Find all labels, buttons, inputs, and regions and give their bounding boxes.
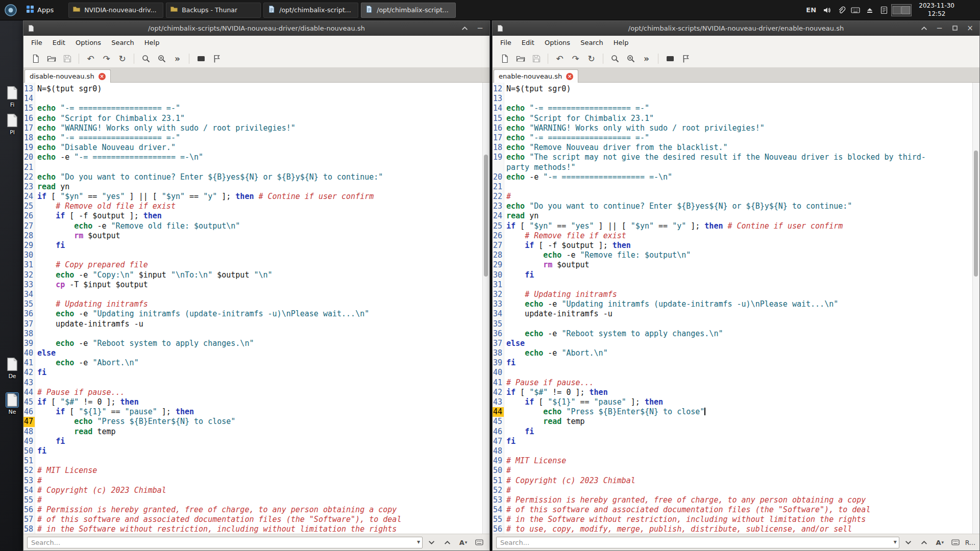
line-content[interactable]: N=$(tput sgr0) (504, 84, 571, 93)
line-content[interactable]: # in the Software without restriction, i… (504, 515, 866, 524)
line-content[interactable]: N=$(tput sgr0) (35, 84, 102, 93)
whole-word-icon[interactable] (949, 536, 963, 549)
line-content[interactable]: # of this software and associated docume… (35, 515, 401, 524)
line-content[interactable] (504, 280, 506, 289)
line-content[interactable]: echo -e "Reboot system to apply changes.… (504, 329, 723, 338)
menu-options[interactable]: Options (540, 37, 575, 48)
editor[interactable]: 13N=$(tput sgr0)1415echo "-= ===========… (23, 83, 489, 534)
line-content[interactable]: # in the Software without restriction, i… (35, 524, 397, 534)
tab-disable-nouveau[interactable]: disable-nouveau.sh × (24, 69, 111, 83)
line-content[interactable]: # (504, 192, 511, 201)
next-match-icon[interactable] (425, 536, 438, 549)
line-content[interactable]: # Copy prepared file (35, 260, 148, 269)
line-content[interactable]: # Permission is hereby granted, free of … (504, 495, 866, 505)
menu-edit[interactable]: Edit (47, 37, 70, 48)
line-content[interactable]: echo "Script for Chimbalix 23.1" (504, 114, 654, 123)
line-content[interactable]: echo "Do you want to continue? Enter ${B… (35, 172, 383, 182)
line-content[interactable]: echo -e "Abort.\n" (35, 358, 139, 367)
save-icon[interactable] (59, 52, 75, 66)
line-content[interactable]: echo -e "Abort.\n" (504, 348, 608, 358)
line-content[interactable]: # Remove file if exist (504, 231, 626, 240)
vertical-scrollbar[interactable] (482, 83, 489, 534)
line-content[interactable]: # Updating initramfs (35, 299, 148, 309)
line-content[interactable]: # MIT License (504, 456, 566, 465)
line-content[interactable]: else (504, 339, 525, 348)
line-content[interactable] (35, 290, 37, 299)
line-content[interactable]: read temp (504, 417, 585, 426)
line-content[interactable]: if [ -f $output ]; then (35, 211, 162, 220)
minimize-icon[interactable]: − (934, 23, 945, 33)
reload-icon[interactable]: ↻ (114, 52, 130, 66)
tab-enable-nouveau[interactable]: enable-nouveau.sh × (494, 69, 578, 83)
keyboard-icon[interactable] (848, 3, 863, 18)
menu-help[interactable]: Help (608, 37, 634, 48)
line-content[interactable]: echo -e "-= ================== =-\n" (35, 153, 203, 162)
menu-help[interactable]: Help (139, 37, 165, 48)
line-content[interactable]: # Pause if pause... (35, 388, 125, 397)
line-content[interactable]: if [ "${1}" == "pause" ]; then (504, 397, 663, 407)
line-content[interactable]: echo -e "Updating initramfs (update-init… (504, 299, 838, 309)
line-content[interactable]: # (35, 476, 42, 485)
new-file-icon[interactable] (28, 52, 43, 66)
line-content[interactable]: else (35, 348, 56, 358)
match-case-icon[interactable]: A▾ (933, 536, 947, 549)
shade-icon[interactable] (459, 23, 470, 33)
taskbar-window-button[interactable]: /opt/chimbalix-script... (263, 3, 358, 18)
line-content[interactable]: fi (35, 241, 65, 250)
line-content[interactable]: echo -e "Remove file: $output\n" (504, 251, 691, 260)
undo-icon[interactable]: ↶ (552, 52, 568, 66)
line-content[interactable]: if [ "$#" != 0 ]; then (35, 397, 139, 407)
line-content[interactable]: update-initramfs -u (504, 309, 612, 318)
line-content[interactable] (504, 94, 506, 103)
taskbar-window-button[interactable]: /opt/chimbalix-script... (361, 3, 456, 18)
find-icon[interactable] (138, 52, 154, 66)
shade-icon[interactable] (919, 23, 929, 33)
keyboard-layout-indicator[interactable]: EN (802, 3, 820, 18)
vertical-scrollbar[interactable] (972, 83, 979, 534)
line-content[interactable]: if [ "${1}" == "pause" ]; then (35, 407, 194, 416)
open-icon[interactable] (43, 52, 59, 66)
code-area[interactable]: 12N=$(tput sgr0)1314echo "-= ===========… (493, 83, 973, 534)
line-content[interactable]: echo -e "Remove old file: $output\n" (35, 221, 240, 231)
menu-search[interactable]: Search (575, 37, 608, 48)
line-content[interactable]: fi (35, 368, 46, 377)
menu-search[interactable]: Search (106, 37, 139, 48)
titlebar[interactable]: /opt/chimbalix-scripts/NVIDIA-nouveau-dr… (493, 21, 979, 36)
close-icon[interactable]: × (965, 23, 975, 33)
tab-close-icon[interactable]: × (566, 73, 573, 80)
line-content[interactable]: fi (35, 437, 65, 446)
line-content[interactable]: echo -e "Reboot system to apply changes.… (35, 339, 254, 348)
line-content[interactable] (35, 329, 37, 338)
apps-button[interactable]: Apps (21, 3, 58, 18)
line-content[interactable]: # MIT License (35, 466, 97, 475)
desktop-icon[interactable]: De (2, 357, 23, 380)
regex-button[interactable]: R... (965, 539, 976, 546)
taskbar-window-button[interactable]: NVIDIA-nouveau-driv... (68, 3, 163, 18)
minimize-icon[interactable]: − (475, 23, 485, 33)
line-content[interactable]: echo -e "Copy:\n" $input "\nTo:\n" $outp… (35, 270, 273, 280)
line-content[interactable] (35, 163, 37, 172)
line-content[interactable]: echo -e "-= ================== =-\n" (504, 172, 672, 182)
notes-icon[interactable] (877, 3, 891, 18)
replace-icon[interactable] (154, 52, 169, 66)
find-icon[interactable] (607, 52, 623, 66)
line-content[interactable]: echo "WARNING! Works only with sudo / ro… (35, 123, 296, 133)
menu-options[interactable]: Options (70, 37, 106, 48)
line-content[interactable] (504, 368, 506, 377)
tab-close-icon[interactable]: × (99, 73, 106, 80)
save-icon[interactable] (528, 52, 544, 66)
line-content[interactable]: echo "-= ================== =-" (504, 133, 649, 142)
menu-edit[interactable]: Edit (517, 37, 540, 48)
pane-icon[interactable] (193, 52, 209, 66)
line-content[interactable]: read temp (35, 427, 116, 436)
line-content[interactable]: # Permission is hereby granted, free of … (35, 505, 397, 514)
search-history-dropdown-icon[interactable]: ▾ (417, 538, 420, 545)
line-content[interactable]: rm $output (504, 260, 590, 269)
line-content[interactable]: # (504, 466, 511, 475)
volume-icon[interactable] (820, 3, 834, 18)
line-content[interactable]: fi (504, 437, 516, 446)
clipboard-icon[interactable] (834, 3, 848, 18)
line-content[interactable]: rm $output (35, 231, 120, 240)
line-content[interactable]: # to use, copy, modify, merge, publish, … (504, 524, 852, 534)
replace-icon[interactable] (623, 52, 639, 66)
